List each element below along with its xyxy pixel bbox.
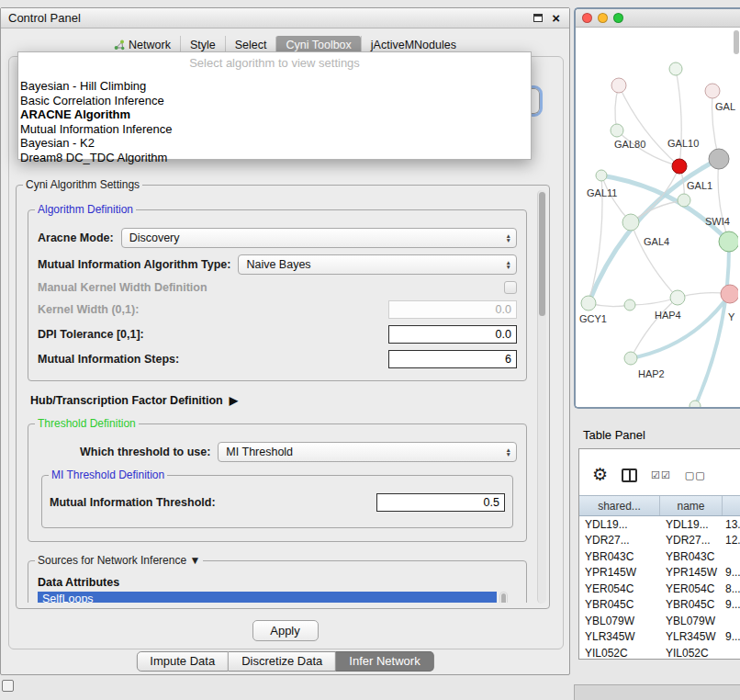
node-label: GAL11 <box>587 187 617 198</box>
mi-type-select[interactable]: Naive Bayes ▲▼ <box>238 254 517 275</box>
dropdown-item-mutual-information-inference[interactable]: Mutual Information Inference <box>18 122 531 137</box>
network-node-m1[interactable] <box>624 299 635 310</box>
list-scrollbar-thumb[interactable] <box>501 593 506 603</box>
show-all-columns-icon[interactable]: ☑☑ <box>651 469 671 481</box>
threshold-definition-title: Threshold Definition <box>35 417 139 430</box>
table-row[interactable]: YPR145WYPR145W9... <box>579 565 740 581</box>
collapsed-panel-icon[interactable] <box>2 680 14 692</box>
table-cell: YPR145W <box>660 566 723 579</box>
mi-steps-row: Mutual Information Steps: <box>38 350 517 368</box>
column-header-2[interactable] <box>723 496 740 515</box>
table-row[interactable]: YBL079WYBL079W <box>579 613 740 629</box>
network-node-gal11[interactable] <box>596 170 607 181</box>
mi-type-value: Naive Bayes <box>246 258 310 271</box>
bottom-tab-infer-network[interactable]: Infer Network <box>336 651 433 672</box>
dropdown-item-dream8-dc-tdc-algorithm[interactable]: Dream8 DC_TDC Algorithm <box>18 151 531 165</box>
attribute-item-selfloops[interactable]: SelfLoops <box>38 592 497 603</box>
data-attributes-label: Data Attributes <box>38 576 519 589</box>
minimize-traffic-light[interactable] <box>598 13 608 23</box>
network-node-swi4[interactable] <box>719 231 738 252</box>
settings-scrollbar[interactable] <box>537 190 546 604</box>
expand-arrow-icon: ▶ <box>230 394 238 407</box>
network-node-gcy1[interactable] <box>581 296 596 310</box>
combo-arrows-icon: ▲▼ <box>499 447 511 457</box>
cyni-settings-group-title: Cyni Algorithm Settings <box>23 178 142 191</box>
control-panel-titlebar[interactable]: Control Panel × <box>1 8 569 28</box>
bottom-tabbar: Impute DataDiscretize DataInfer Network <box>136 651 433 672</box>
network-scrollbar[interactable] <box>734 30 739 54</box>
dpi-tolerance-row: DPI Tolerance [0,1]: <box>38 325 517 344</box>
close-traffic-light[interactable] <box>582 13 592 23</box>
network-node-b1[interactable] <box>690 401 701 409</box>
dropdown-item-basic-correlation-inference[interactable]: Basic Correlation Inference <box>18 94 531 108</box>
mi-steps-label: Mutual Information Steps: <box>38 353 179 366</box>
table-row[interactable]: YIL052CYIL052C <box>579 645 740 660</box>
network-node-gal4[interactable] <box>622 214 639 231</box>
table-cell: YBL079W <box>660 615 723 627</box>
dropdown-item-bayesian-hill-climbing[interactable]: Bayesian - Hill Climbing <box>18 79 531 94</box>
dpi-tolerance-input[interactable] <box>388 325 517 344</box>
table-row[interactable]: YLR345WYLR345W9... <box>579 629 740 646</box>
network-node-p1[interactable] <box>611 78 626 93</box>
float-window-icon[interactable] <box>533 14 543 22</box>
network-node-hap2[interactable] <box>624 352 637 365</box>
bottom-tab-discretize-data[interactable]: Discretize Data <box>229 651 336 672</box>
aracne-mode-select[interactable]: Discovery ▲▼ <box>121 228 517 248</box>
close-icon[interactable]: × <box>552 13 560 24</box>
table-cell: YER054C <box>660 582 723 595</box>
window-title: Control Panel <box>8 11 81 25</box>
collapse-arrow-icon: ▼ <box>189 554 200 567</box>
apply-button[interactable]: Apply <box>252 620 319 641</box>
column-header-shared[interactable]: shared... <box>579 496 660 515</box>
table-row[interactable]: YBR045CYBR045C9... <box>579 597 740 614</box>
tab-label: jActiveMNodules <box>371 39 456 51</box>
network-titlebar[interactable] <box>576 9 740 28</box>
table-row[interactable]: YER054CYER054C8... <box>579 581 740 597</box>
hide-all-columns-icon[interactable]: ▢▢ <box>685 469 706 481</box>
combo-arrows-icon: ▲▼ <box>499 233 511 243</box>
network-node-gal1[interactable] <box>678 194 690 207</box>
desktop: Control Panel × NetworkStyleSelectCyni T… <box>0 0 740 700</box>
mi-threshold-input[interactable] <box>376 493 505 512</box>
network-node-gal80[interactable] <box>611 124 623 137</box>
manual-kernel-label: Manual Kernel Width Definition <box>38 281 207 294</box>
dropdown-item-bayesian-k2[interactable]: Bayesian - K2 <box>18 136 531 151</box>
network-node-hap4[interactable] <box>670 290 685 305</box>
column-header-name[interactable]: name <box>660 496 723 515</box>
which-threshold-select[interactable]: MI Threshold ▲▼ <box>218 442 517 462</box>
network-edge <box>631 298 678 358</box>
columns-icon[interactable] <box>622 469 637 482</box>
settings-scrollbar-thumb[interactable] <box>539 192 545 316</box>
network-node-pink[interactable] <box>721 285 738 303</box>
network-node-gal10[interactable] <box>672 159 687 174</box>
network-edge <box>676 69 681 166</box>
sources-group-title[interactable]: Sources for Network Inference ▼ <box>35 554 203 567</box>
table-cell: YIL052C <box>579 647 660 660</box>
zoom-traffic-light[interactable] <box>613 13 623 23</box>
aracne-mode-row: Aracne Mode: Discovery ▲▼ <box>38 228 517 248</box>
list-scrollbar[interactable] <box>499 592 508 603</box>
combo-arrows-icon: ▲▼ <box>499 260 511 269</box>
kernel-width-input[interactable] <box>388 300 517 319</box>
gear-icon[interactable]: ⚙ <box>592 466 608 484</box>
mi-type-label: Mutual Information Algorithm Type: <box>38 258 230 271</box>
network-node-hub[interactable] <box>709 149 729 169</box>
network-edge <box>695 242 729 406</box>
hub-definition-toggle[interactable]: Hub/Transcription Factor Definition ▶ <box>30 394 527 407</box>
manual-kernel-checkbox[interactable] <box>504 281 517 294</box>
table-row[interactable]: YBR043CYBR043C <box>579 548 740 565</box>
network-node-galt[interactable] <box>705 84 720 98</box>
network-canvas[interactable]: GALGAL80GAL10GAL11GAL1SWI4GAL4GCY1HAP4YH… <box>576 28 740 409</box>
table-row[interactable]: YDL19...YDL19...13... <box>579 516 740 533</box>
algorithm-definition-title: Algorithm Definition <box>35 203 136 216</box>
node-label: GAL <box>715 101 735 112</box>
cyni-settings-content: Algorithm Definition Aracne Mode: Discov… <box>28 195 527 603</box>
table-row[interactable]: YDR27...YDR27...12... <box>579 533 740 549</box>
dropdown-item-aracne-algorithm[interactable]: ARACNE Algorithm <box>18 107 531 122</box>
control-panel-window: Control Panel × NetworkStyleSelectCyni T… <box>0 7 570 675</box>
mi-steps-input[interactable] <box>388 350 517 368</box>
data-attributes-list[interactable]: SelfLoopsTopologicalCoefficientBetweenne… <box>38 592 508 603</box>
network-node-p2[interactable] <box>669 62 682 75</box>
bottom-tab-impute-data[interactable]: Impute Data <box>136 651 229 672</box>
titlebar-buttons: × <box>533 13 560 24</box>
